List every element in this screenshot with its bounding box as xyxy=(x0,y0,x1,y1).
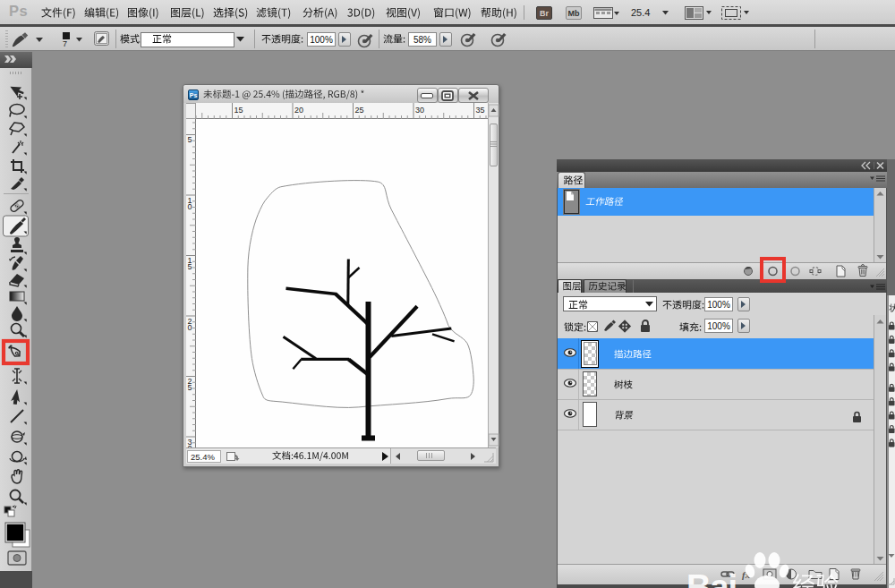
svg-text:15: 15 xyxy=(234,106,243,115)
svg-text:5: 5 xyxy=(188,383,192,392)
svg-text:5: 5 xyxy=(188,262,192,271)
svg-text:5: 5 xyxy=(188,135,192,144)
svg-text:0: 0 xyxy=(188,323,192,332)
svg-text:30: 30 xyxy=(415,106,424,115)
svg-text:35: 35 xyxy=(476,106,485,115)
svg-text:25: 25 xyxy=(355,106,364,115)
svg-text:0: 0 xyxy=(188,202,192,211)
svg-text:20: 20 xyxy=(294,106,303,115)
